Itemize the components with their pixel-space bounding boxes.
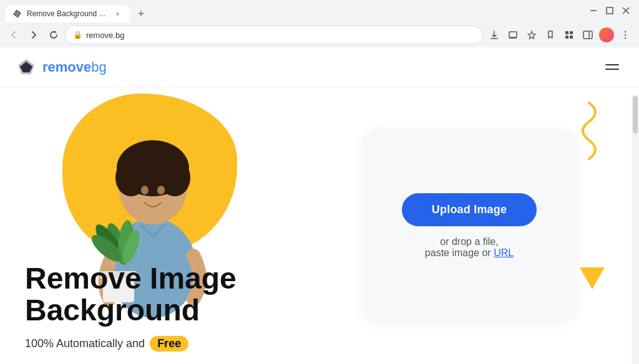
bookmark-icon[interactable]	[542, 26, 559, 44]
svg-rect-13	[570, 36, 573, 39]
hero-headline: Remove Image Background	[25, 263, 237, 326]
sidebar-icon[interactable]	[579, 26, 597, 44]
tab-favicon-icon	[12, 9, 22, 19]
squiggle-decoration-icon	[570, 100, 608, 162]
hero-right: Upload Image or drop a file, paste image…	[324, 87, 614, 364]
more-options-icon[interactable]	[617, 26, 634, 44]
triangle-decoration	[580, 267, 605, 289]
forward-button[interactable]	[25, 26, 42, 44]
svg-rect-10	[565, 31, 568, 34]
hero-subtext: 100% Automatically and Free	[25, 336, 237, 352]
cast-icon[interactable]	[504, 26, 522, 44]
svg-rect-7	[490, 38, 498, 39]
logo-text: removebg	[42, 59, 107, 75]
logo-icon	[15, 56, 37, 79]
svg-point-30	[157, 186, 165, 194]
svg-rect-11	[570, 31, 573, 34]
url-link[interactable]: URL	[494, 247, 514, 258]
tab-bar: Remove Background from Im... × +	[0, 0, 639, 47]
svg-point-16	[625, 31, 626, 32]
toolbar-icons	[485, 26, 634, 44]
hamburger-menu[interactable]	[600, 59, 624, 75]
address-bar[interactable]: 🔒 remove.bg	[65, 26, 483, 44]
drop-file-text: or drop a file, paste image or URL	[425, 236, 514, 259]
hero-text: Remove Image Background 100% Automatical…	[25, 263, 237, 352]
lock-icon: 🔒	[73, 31, 82, 39]
hero-left: Remove Image Background 100% Automatical…	[25, 87, 324, 364]
upload-card: Upload Image or drop a file, paste image…	[363, 129, 575, 322]
minimize-button[interactable]	[585, 5, 602, 18]
new-tab-button[interactable]: +	[132, 5, 150, 22]
logo[interactable]: removebg	[15, 56, 107, 79]
svg-rect-8	[509, 32, 517, 37]
maximize-button[interactable]	[602, 5, 618, 18]
extensions-icon[interactable]	[560, 26, 578, 44]
svg-point-28	[147, 145, 172, 173]
site-nav: removebg	[0, 47, 639, 87]
svg-point-29	[141, 186, 149, 194]
address-text: remove.bg	[86, 31, 475, 40]
profile-avatar[interactable]	[598, 26, 615, 44]
free-badge: Free	[150, 336, 188, 352]
active-tab[interactable]: Remove Background from Im... ×	[5, 5, 130, 22]
svg-rect-12	[565, 36, 568, 39]
browser-window: Remove Background from Im... × +	[0, 0, 639, 364]
refresh-button[interactable]	[45, 26, 62, 44]
paste-text: paste image or URL	[425, 247, 514, 259]
browser-controls-bar: 🔒 remove.bg	[0, 22, 639, 47]
svg-marker-9	[528, 31, 535, 39]
download-icon[interactable]	[485, 26, 503, 44]
tab-close-button[interactable]: ×	[113, 9, 122, 19]
svg-point-17	[625, 34, 626, 36]
svg-point-18	[625, 37, 626, 39]
page-content: removebg	[0, 47, 639, 364]
tab-title: Remove Background from Im...	[27, 9, 108, 18]
star-icon[interactable]	[523, 26, 540, 44]
svg-rect-3	[607, 7, 613, 14]
upload-image-button[interactable]: Upload Image	[402, 193, 537, 226]
hero-section: Remove Image Background 100% Automatical…	[0, 87, 639, 364]
svg-marker-6	[54, 31, 57, 33]
back-button[interactable]	[5, 26, 22, 44]
close-button[interactable]	[618, 5, 634, 18]
svg-rect-14	[583, 31, 592, 39]
